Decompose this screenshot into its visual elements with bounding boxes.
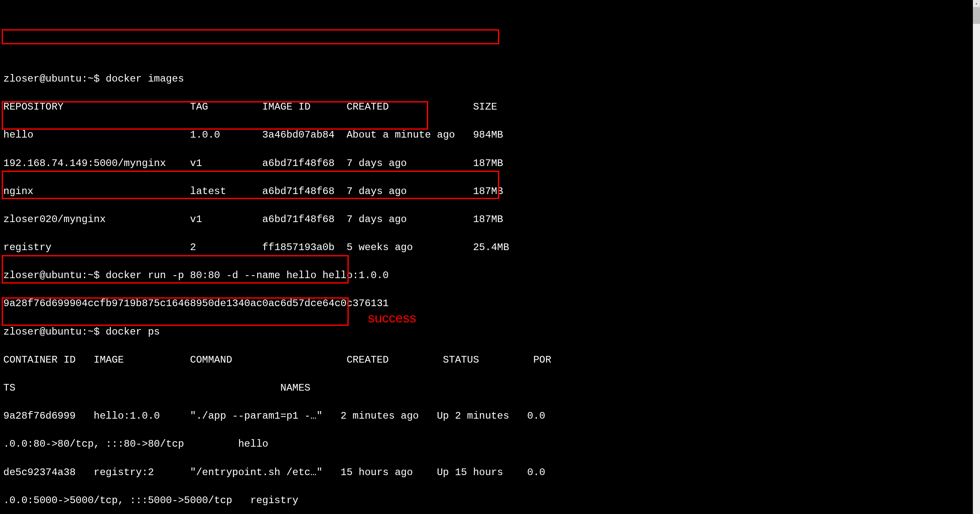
col-created: CREATED [347, 101, 389, 113]
scrollbar-vertical[interactable]: ▴ [973, 0, 980, 514]
cell: 5 weeks ago [347, 242, 413, 253]
images-header: REPOSITORY TAG IMAGE ID CREATED SIZE [3, 100, 977, 114]
col-tag: TAG [190, 101, 208, 113]
cell: 187MB [473, 214, 503, 225]
col-repo: REPOSITORY [3, 101, 64, 113]
ps-row: de5c92374a38 registry:2 "/entrypoint.sh … [3, 465, 977, 480]
cell: 2 [190, 242, 196, 253]
cell: 7 days ago [347, 158, 407, 169]
ps-row: .0.0:5000->5000/tcp, :::5000->5000/tcp r… [3, 494, 977, 508]
prompt: zloser@ubuntu:~$ [3, 270, 100, 281]
cell: a6bd71f48f68 [262, 158, 334, 169]
cell: 187MB [473, 158, 503, 169]
scrollbar-thumb[interactable] [973, 7, 980, 24]
col-imageid: IMAGE ID [262, 101, 310, 113]
cell: a6bd71f48f68 [262, 214, 334, 225]
ps-row: 9a28f76d6999 hello:1.0.0 "./app --param1… [3, 409, 977, 423]
cell: hello [3, 129, 33, 141]
prompt-line: zloser@ubuntu:~$ docker images [3, 72, 977, 86]
success-annotation: success [368, 309, 416, 327]
scrollbar-arrow-up-icon[interactable]: ▴ [973, 0, 980, 7]
col-size: SIZE [473, 101, 497, 113]
cell: registry [3, 242, 51, 253]
cell: zloser020/mynginx [3, 214, 106, 225]
cell: 1.0.0 [190, 129, 220, 141]
prompt: zloser@ubuntu:~$ [3, 326, 100, 338]
cell: latest [190, 186, 226, 197]
images-row: nginx latest a6bd71f48f68 7 days ago 187… [3, 184, 977, 199]
ps-header: CONTAINER ID IMAGE COMMAND CREATED STATU… [3, 353, 977, 367]
cell: nginx [3, 186, 33, 197]
images-row: registry 2 ff1857193a0b 5 weeks ago 25.4… [3, 240, 977, 255]
terminal-output: zloser@ubuntu:~$ docker images REPOSITOR… [3, 58, 977, 514]
prompt-line: zloser@ubuntu:~$ docker run -p 80:80 -d … [3, 269, 977, 283]
command: docker images [106, 73, 184, 84]
images-row: zloser020/mynginx v1 a6bd71f48f68 7 days… [3, 212, 977, 227]
cell: v1 [190, 214, 202, 225]
prompt-line: zloser@ubuntu:~$ docker ps [3, 325, 977, 339]
cell: a6bd71f48f68 [262, 186, 334, 197]
images-row: hello 1.0.0 3a46bd07ab84 About a minute … [3, 128, 977, 142]
run-output: 9a28f76d699904ccfb9719b875c16468950de134… [3, 297, 977, 311]
ps-row: .0.0:80->80/tcp, :::80->80/tcp hello [3, 437, 977, 451]
cell: 187MB [473, 186, 503, 197]
cell: 984MB [473, 129, 503, 141]
ps-header: TS NAMES [3, 381, 977, 395]
command: docker run -p 80:80 -d --name hello hell… [106, 270, 389, 281]
cell: 192.168.74.149:5000/mynginx [3, 158, 166, 169]
cell: ff1857193a0b [262, 242, 334, 253]
command: docker ps [106, 326, 160, 338]
cell: 7 days ago [347, 186, 407, 197]
images-row: 192.168.74.149:5000/mynginx v1 a6bd71f48… [3, 156, 977, 171]
cell: v1 [190, 158, 202, 169]
cell: 25.4MB [473, 242, 509, 253]
cell: 3a46bd07ab84 [262, 129, 334, 141]
highlight-box-hello-image [2, 29, 499, 44]
prompt: zloser@ubuntu:~$ [3, 73, 100, 84]
cell: 7 days ago [347, 214, 407, 225]
cell: About a minute ago [347, 129, 455, 141]
